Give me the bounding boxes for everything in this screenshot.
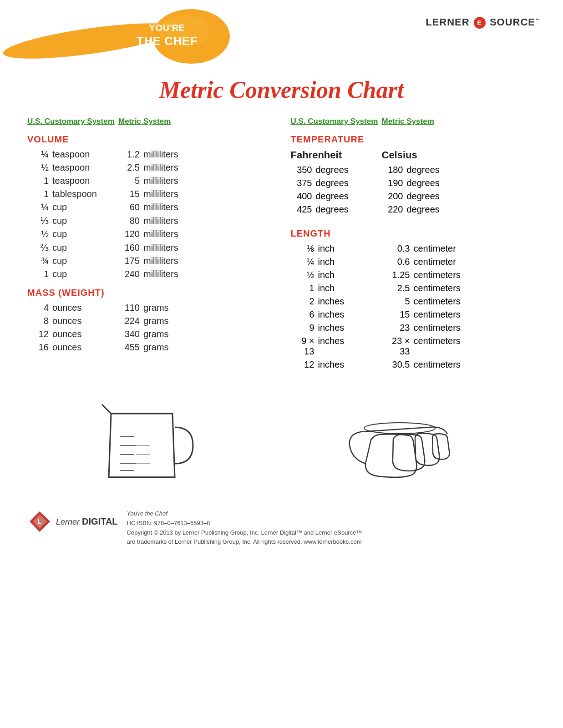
us-amount: ¾ bbox=[27, 256, 52, 266]
left-col-headers: U.S. Customary System Metric System bbox=[27, 117, 273, 126]
list-item: 12 inches 30.5 centimeters bbox=[291, 359, 536, 370]
len-us-unit: inches bbox=[318, 296, 382, 307]
temp-c-num: 200 bbox=[382, 191, 407, 202]
len-metric-unit: centimeter bbox=[414, 243, 536, 254]
metric-unit: milliliters bbox=[143, 216, 273, 226]
len-us-num: 1 bbox=[291, 283, 318, 293]
list-item: 350 degrees 180 degrees bbox=[291, 165, 536, 175]
len-us-unit: inches bbox=[318, 336, 382, 346]
len-metric-unit: centimeter bbox=[414, 257, 536, 267]
metric-amount: 455 bbox=[118, 342, 143, 353]
measuring-cups-set-illustration bbox=[338, 400, 466, 491]
us-amount: 1 bbox=[27, 176, 52, 186]
list-item: 12 ounces 340 grams bbox=[27, 329, 273, 339]
temp-rows: 350 degrees 180 degrees 375 degrees 190 … bbox=[291, 165, 536, 215]
len-us-unit: inch bbox=[318, 257, 382, 267]
page-title: Metric Conversion Chart bbox=[0, 76, 563, 103]
metric-amount: 224 bbox=[118, 316, 143, 326]
list-item: ½ cup 120 milliliters bbox=[27, 229, 273, 239]
len-us-num: 9 × 13 bbox=[291, 336, 318, 357]
temp-f-unit: degrees bbox=[316, 191, 382, 202]
left-column: U.S. Customary System Metric System VOLU… bbox=[27, 117, 273, 373]
temp-headers: Fahrenheit Celsius bbox=[291, 149, 536, 161]
us-amount: 12 bbox=[27, 329, 52, 339]
metric-unit: milliliters bbox=[143, 176, 273, 186]
temp-f-unit: degrees bbox=[316, 178, 382, 188]
len-us-unit: inches bbox=[318, 359, 382, 370]
temp-c-unit: degrees bbox=[407, 191, 536, 202]
right-us-header: U.S. Customary System bbox=[291, 117, 382, 126]
len-us-unit: inch bbox=[318, 243, 382, 254]
left-us-header: U.S. Customary System bbox=[27, 117, 118, 126]
list-item: 1 teaspoon 5 milliliters bbox=[27, 176, 273, 186]
us-unit: teaspoon bbox=[52, 149, 118, 160]
lerner-diamond-icon: L bbox=[27, 509, 52, 534]
book-title: You're the Chef bbox=[127, 509, 362, 519]
len-metric-num: 5 bbox=[382, 296, 414, 307]
len-metric-num: 30.5 bbox=[382, 359, 414, 370]
metric-unit: grams bbox=[143, 342, 273, 353]
len-us-unit: inches bbox=[318, 309, 382, 320]
len-us-unit: inch bbox=[318, 270, 382, 280]
metric-amount: 160 bbox=[118, 243, 143, 253]
metric-unit: milliliters bbox=[143, 229, 273, 239]
list-item: 2 inches 5 centimeters bbox=[291, 296, 536, 307]
us-unit: ounces bbox=[52, 316, 118, 326]
len-metric-num: 15 bbox=[382, 309, 414, 320]
main-content: U.S. Customary System Metric System VOLU… bbox=[0, 117, 563, 373]
temp-f-num: 400 bbox=[291, 191, 316, 202]
len-us-num: ½ bbox=[291, 270, 318, 280]
temp-c-unit: degrees bbox=[407, 204, 536, 215]
len-metric-unit: centimeters bbox=[414, 309, 536, 320]
len-metric-unit: centimeters bbox=[414, 283, 536, 293]
spoon-illustration: YOU'RE THE CHEF bbox=[0, 8, 237, 67]
list-item: ⅛ inch 0.3 centimeter bbox=[291, 243, 536, 254]
us-unit: ounces bbox=[52, 329, 118, 339]
us-unit: teaspoon bbox=[52, 176, 118, 186]
list-item: 16 ounces 455 grams bbox=[27, 342, 273, 353]
temp-c-unit: degrees bbox=[407, 178, 536, 188]
list-item: ¼ inch 0.6 centimeter bbox=[291, 257, 536, 267]
source-text: SOURCE bbox=[490, 16, 535, 28]
illustrations bbox=[0, 382, 563, 505]
right-metric-header: Metric System bbox=[382, 117, 536, 126]
us-amount: ¼ bbox=[27, 202, 52, 212]
left-metric-header: Metric System bbox=[118, 117, 273, 126]
header: YOU'RE THE CHEF LERNER e SOURCE™ bbox=[0, 0, 563, 67]
temp-f-num: 425 bbox=[291, 204, 316, 215]
list-item: ¾ cup 175 milliliters bbox=[27, 256, 273, 266]
temp-c-unit: degrees bbox=[407, 165, 536, 175]
len-metric-num: 2.5 bbox=[382, 283, 414, 293]
temp-f-unit: degrees bbox=[316, 204, 382, 215]
metric-amount: 80 bbox=[118, 216, 143, 226]
list-item: ¼ teaspoon 1.2 milliliters bbox=[27, 149, 273, 160]
metric-amount: 5 bbox=[118, 176, 143, 186]
list-item: 8 ounces 224 grams bbox=[27, 316, 273, 326]
list-item: ½ teaspoon 2.5 milliliters bbox=[27, 162, 273, 173]
metric-unit: milliliters bbox=[143, 243, 273, 253]
list-item: ⅓ cup 80 milliliters bbox=[27, 215, 273, 226]
metric-unit: milliliters bbox=[143, 256, 273, 266]
footer-lerner-brand: Lerner DIGITAL bbox=[56, 516, 118, 527]
metric-amount: 1.2 bbox=[118, 149, 143, 160]
metric-unit: milliliters bbox=[143, 189, 273, 199]
len-us-unit: inch bbox=[318, 283, 382, 293]
len-metric-unit: centimeters bbox=[414, 336, 536, 346]
list-item: ⅔ cup 160 milliliters bbox=[27, 242, 273, 253]
list-item: 375 degrees 190 degrees bbox=[291, 178, 536, 188]
us-unit: ounces bbox=[52, 342, 118, 353]
e-icon: e bbox=[474, 17, 486, 29]
temp-label: TEMPERATURE bbox=[291, 134, 536, 145]
metric-amount: 110 bbox=[118, 303, 143, 313]
us-unit: cup bbox=[52, 202, 118, 212]
list-item: 9 inches 23 centimeters bbox=[291, 323, 536, 333]
fahrenheit-header: Fahrenheit bbox=[291, 149, 382, 161]
metric-amount: 175 bbox=[118, 256, 143, 266]
len-metric-unit: centimeters bbox=[414, 323, 536, 333]
temp-f-num: 350 bbox=[291, 165, 316, 175]
us-amount: ⅔ bbox=[27, 242, 52, 253]
temp-c-num: 190 bbox=[382, 178, 407, 188]
footer: L Lerner DIGITAL You're the Chef HC ISBN… bbox=[0, 505, 563, 556]
metric-unit: milliliters bbox=[143, 202, 273, 212]
footer-digital-word: DIGITAL bbox=[82, 516, 118, 526]
